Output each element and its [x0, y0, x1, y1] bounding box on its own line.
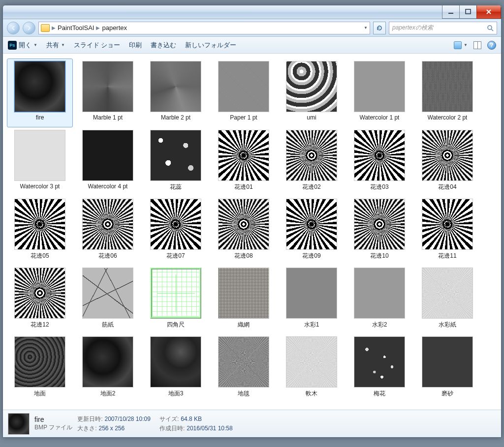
- created-value: 2016/05/31 10:58: [187, 425, 232, 432]
- file-name: Watercolor 3 pt: [20, 183, 60, 190]
- file-item[interactable]: 織網: [211, 265, 277, 334]
- file-grid[interactable]: fireMarble 1 ptMarble 2 ptPaper 1 ptumiW…: [3, 54, 501, 410]
- file-name: 花邊03: [370, 183, 388, 191]
- nav-back-button[interactable]: [7, 22, 20, 34]
- file-item[interactable]: 花邊06: [75, 196, 141, 265]
- file-item[interactable]: 地面: [7, 334, 73, 403]
- file-item[interactable]: 四角尺: [143, 265, 209, 334]
- file-name: fire: [36, 114, 44, 121]
- file-thumbnail: [14, 130, 65, 181]
- chevron-down-icon: ▼: [33, 43, 37, 47]
- refresh-icon: [376, 25, 383, 31]
- file-item[interactable]: Watercolor 2 pt: [414, 59, 480, 127]
- file-name: 四角尺: [167, 321, 185, 329]
- new-folder-button[interactable]: 新しいフォルダー: [185, 41, 236, 50]
- file-thumbnail: [14, 268, 65, 319]
- file-item[interactable]: 花邊02: [279, 127, 345, 196]
- file-thumbnail: [286, 199, 337, 250]
- file-item[interactable]: 花邊01: [211, 127, 277, 196]
- file-item[interactable]: fire: [7, 59, 73, 127]
- file-item[interactable]: Paper 1 pt: [211, 59, 277, 127]
- file-item[interactable]: 水彩紙: [414, 265, 480, 334]
- file-name: 織網: [238, 321, 250, 329]
- photoshop-icon: Ps: [8, 41, 17, 50]
- file-item[interactable]: 地面3: [143, 334, 209, 403]
- close-button[interactable]: [476, 5, 501, 19]
- search-placeholder: papertexの検索: [392, 24, 433, 32]
- file-thumbnail: [82, 336, 133, 387]
- breadcrumb-part[interactable]: papertex: [102, 24, 127, 31]
- file-item[interactable]: 花蕊: [143, 127, 209, 196]
- file-item[interactable]: Marble 2 pt: [143, 59, 209, 127]
- file-item[interactable]: umi: [279, 59, 345, 127]
- share-button[interactable]: 共有 ▼: [46, 41, 65, 50]
- file-item[interactable]: 花邊09: [279, 196, 345, 265]
- breadcrumb-part[interactable]: PaintToolSAI: [58, 24, 94, 31]
- dimensions-value: 256 x 256: [98, 425, 125, 432]
- modified-value: 2007/10/28 10:09: [104, 416, 150, 422]
- print-button[interactable]: 印刷: [129, 41, 142, 50]
- pane-toggle-button[interactable]: [473, 41, 481, 49]
- file-name: Marble 2 pt: [161, 114, 190, 121]
- file-thumbnail: [354, 199, 405, 250]
- file-item[interactable]: Watercolor 4 pt: [75, 127, 141, 196]
- file-name: 地面: [34, 389, 46, 398]
- file-item[interactable]: 梅花: [346, 334, 412, 403]
- file-name: 花邊01: [234, 183, 252, 191]
- file-item[interactable]: 水彩1: [279, 265, 345, 334]
- breadcrumb[interactable]: ▶ PaintToolSAI ▶ papertex ▼: [38, 22, 370, 34]
- slideshow-button[interactable]: スライド ショー: [74, 41, 121, 50]
- file-item[interactable]: 軟木: [279, 334, 345, 403]
- file-item[interactable]: 花邊04: [414, 127, 480, 196]
- file-item[interactable]: 花邊07: [143, 196, 209, 265]
- view-options-button[interactable]: ▼: [454, 41, 468, 49]
- file-thumbnail: [422, 61, 473, 112]
- file-item[interactable]: Marble 1 pt: [75, 59, 141, 127]
- file-item[interactable]: 花邊03: [346, 127, 412, 196]
- file-name: 花邊04: [438, 183, 456, 191]
- maximize-button[interactable]: [459, 5, 477, 19]
- nav-forward-button[interactable]: [23, 22, 35, 34]
- titlebar: [3, 5, 501, 19]
- burn-label: 書き込む: [151, 41, 176, 50]
- file-item[interactable]: 花邊05: [7, 196, 73, 265]
- file-thumbnail: [150, 130, 201, 181]
- file-item[interactable]: 花邊08: [211, 196, 277, 265]
- details-filetype: BMP ファイル: [34, 423, 72, 432]
- file-item[interactable]: 筋紙: [75, 265, 141, 334]
- chevron-down-icon: ▼: [61, 43, 65, 47]
- toolbar-right: ▼ ?: [454, 41, 496, 50]
- file-item[interactable]: 地毯: [211, 334, 277, 403]
- file-name: Watercolor 2 pt: [428, 114, 468, 121]
- size-label: サイズ:: [159, 416, 179, 422]
- open-button[interactable]: Ps 開く ▼: [8, 41, 37, 50]
- file-item[interactable]: 水彩2: [346, 265, 412, 334]
- chevron-down-icon[interactable]: ▼: [364, 26, 368, 30]
- dimensions-label: 大きさ:: [77, 425, 96, 432]
- toolbar-left: Ps 開く ▼ 共有 ▼ スライド ショー 印刷 書き込む 新しいフォルダー: [8, 41, 236, 50]
- file-item[interactable]: 花邊10: [346, 196, 412, 265]
- modified-label: 更新日時:: [77, 416, 102, 422]
- help-button[interactable]: ?: [487, 41, 496, 50]
- file-item[interactable]: 花邊11: [414, 196, 480, 265]
- address-bar: ▶ PaintToolSAI ▶ papertex ▼ papertexの検索: [3, 19, 501, 37]
- file-item[interactable]: 磨砂: [414, 334, 480, 403]
- new-folder-label: 新しいフォルダー: [185, 41, 236, 50]
- search-icon: [487, 25, 494, 31]
- search-input[interactable]: papertexの検索: [389, 22, 497, 34]
- file-name: 筋紙: [102, 321, 114, 329]
- share-label: 共有: [46, 41, 59, 50]
- file-name: 軟木: [306, 389, 317, 398]
- refresh-button[interactable]: [373, 22, 386, 34]
- file-thumbnail: [82, 130, 133, 181]
- file-name: 磨砂: [441, 389, 453, 398]
- arrow-right-icon: [26, 25, 32, 31]
- burn-button[interactable]: 書き込む: [151, 41, 176, 50]
- file-thumbnail: [218, 268, 269, 319]
- file-item[interactable]: Watercolor 1 pt: [346, 59, 412, 127]
- file-item[interactable]: 地面2: [75, 334, 141, 403]
- minimize-button[interactable]: [442, 5, 460, 19]
- file-item[interactable]: Watercolor 3 pt: [7, 127, 73, 196]
- file-item[interactable]: 花邊12: [7, 265, 73, 334]
- help-icon: ?: [487, 41, 496, 50]
